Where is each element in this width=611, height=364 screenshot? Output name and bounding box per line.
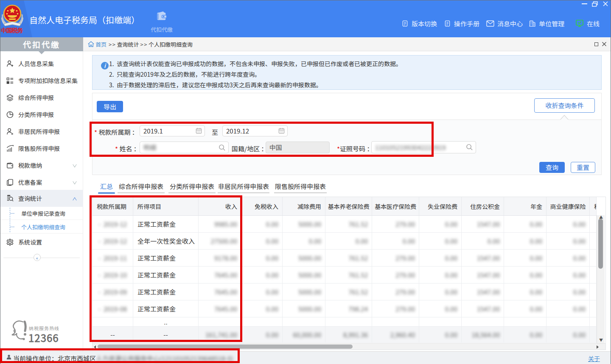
svg-text:中国税务: 中国税务 <box>1 26 23 34</box>
